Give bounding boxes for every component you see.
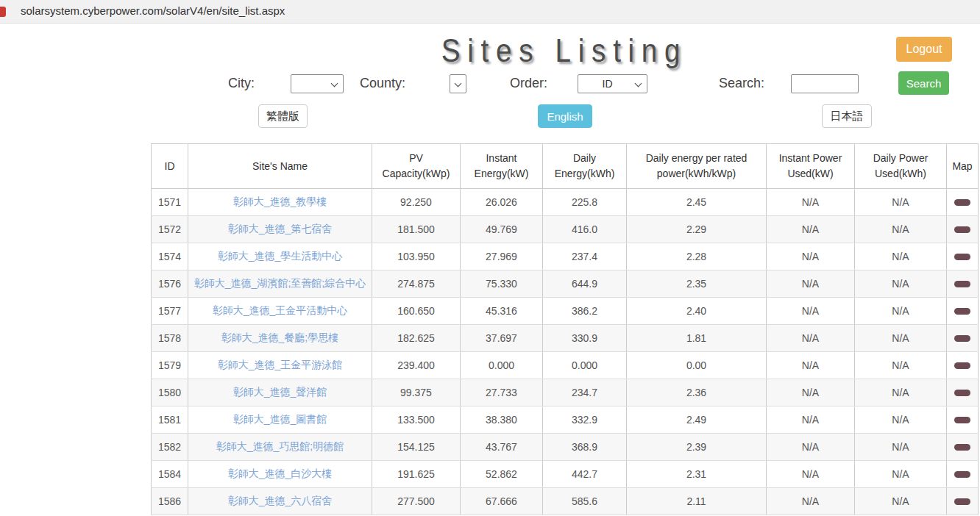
cell-daily-energy-per-rated-power: 2.39 xyxy=(627,434,767,461)
cell-site-name: 彰師大_進德_教學樓 xyxy=(188,189,372,216)
county-select[interactable] xyxy=(450,74,466,93)
cell-instant-energy: 52.862 xyxy=(461,461,543,488)
site-name-link[interactable]: 彰師大_進德_第七宿舍 xyxy=(228,223,333,234)
cell-map xyxy=(947,298,979,325)
lang-english-button[interactable]: English xyxy=(538,104,592,128)
order-select-value: ID xyxy=(603,78,623,90)
cell-instant-energy: 43.767 xyxy=(461,434,543,461)
cell-map xyxy=(947,461,979,488)
table-row: 1577彰師大_進德_王金平活動中心160.65045.316386.22.40… xyxy=(152,298,979,325)
cell-daily-energy: 368.9 xyxy=(543,434,627,461)
cell-instant-energy: 26.026 xyxy=(461,189,543,216)
column-header-daily-power-used: Daily Power Used(kWh) xyxy=(855,144,947,189)
site-name-link[interactable]: 彰師大_進德_王金平活動中心 xyxy=(213,304,348,316)
cell-map xyxy=(947,352,979,379)
site-name-link[interactable]: 彰師大_進德_六八宿舍 xyxy=(228,495,333,506)
site-name-link[interactable]: 彰師大_進德_聲洋館 xyxy=(233,386,327,398)
map-pill-icon[interactable] xyxy=(954,308,970,315)
cell-instant-energy: 38.380 xyxy=(461,406,543,434)
map-pill-icon[interactable] xyxy=(954,226,970,233)
cell-id: 1576 xyxy=(152,270,188,298)
map-pill-icon[interactable] xyxy=(954,281,970,287)
cell-daily-energy: 416.0 xyxy=(543,216,627,243)
cell-map xyxy=(947,216,979,243)
cell-site-name: 彰師大_進德_六八宿舍 xyxy=(188,488,372,515)
table-row: 1571彰師大_進德_教學樓92.25026.026225.82.45N/AN/… xyxy=(152,189,979,216)
lang-japanese-button[interactable]: 日本語 xyxy=(822,104,872,128)
search-input[interactable] xyxy=(791,74,859,93)
cell-site-name: 彰師大_進德_巧思館;明德館 xyxy=(188,434,372,461)
site-favicon-icon xyxy=(0,7,6,17)
cell-daily-energy: 330.9 xyxy=(543,325,627,352)
site-name-link[interactable]: 彰師大_進德_餐廳;學思樓 xyxy=(221,332,338,343)
map-pill-icon[interactable] xyxy=(954,498,970,505)
cell-map xyxy=(947,406,979,434)
cell-pv-capacity: 154.125 xyxy=(372,434,461,461)
cell-pv-capacity: 274.875 xyxy=(372,270,461,298)
cell-daily-energy-per-rated-power: 2.45 xyxy=(627,189,767,216)
cell-site-name: 彰師大_進德_餐廳;學思樓 xyxy=(188,325,372,352)
cell-daily-power-used: N/A xyxy=(855,488,947,515)
city-select[interactable] xyxy=(291,74,344,93)
cell-instant-power-used: N/A xyxy=(767,325,855,352)
order-select[interactable]: ID xyxy=(578,74,647,93)
cell-daily-power-used: N/A xyxy=(855,352,947,379)
cell-instant-energy: 27.969 xyxy=(461,243,543,270)
table-row: 1576彰師大_進德_湖濱館;至善館;綜合中心274.87575.330644.… xyxy=(152,270,979,298)
map-pill-icon[interactable] xyxy=(954,471,970,478)
map-pill-icon[interactable] xyxy=(954,444,970,451)
cell-map xyxy=(947,379,979,406)
map-pill-icon[interactable] xyxy=(954,254,970,260)
cell-daily-energy: 386.2 xyxy=(543,298,627,325)
cell-instant-power-used: N/A xyxy=(767,379,855,406)
search-button[interactable]: Search xyxy=(898,71,949,95)
lang-traditional-chinese-button[interactable]: 繁體版 xyxy=(258,104,308,128)
column-header-instant-energy: Instant Energy(kW) xyxy=(461,144,543,189)
site-name-link[interactable]: 彰師大_進德_白沙大樓 xyxy=(228,467,333,479)
cell-instant-power-used: N/A xyxy=(767,352,855,379)
url-text[interactable]: solarsystem.cyberpower.com/solarV4/en/si… xyxy=(21,4,285,17)
table-row: 1580彰師大_進德_聲洋館99.37527.733234.72.36N/AN/… xyxy=(152,379,979,406)
map-pill-icon[interactable] xyxy=(954,417,970,423)
map-pill-icon[interactable] xyxy=(954,362,970,369)
map-pill-icon[interactable] xyxy=(954,335,970,342)
site-name-link[interactable]: 彰師大_進德_圖書館 xyxy=(233,413,327,425)
cell-id: 1579 xyxy=(152,352,188,379)
cell-daily-energy-per-rated-power: 2.36 xyxy=(627,379,767,406)
cell-daily-energy-per-rated-power: 2.11 xyxy=(627,488,767,515)
search-label: Search: xyxy=(719,76,764,91)
cell-daily-energy-per-rated-power: 2.28 xyxy=(627,243,767,270)
table-row: 1578彰師大_進德_餐廳;學思樓182.62537.697330.91.81N… xyxy=(152,325,979,352)
cell-pv-capacity: 133.500 xyxy=(372,406,461,434)
cell-site-name: 彰師大_進德_聲洋館 xyxy=(188,379,372,406)
table-row: 1572彰師大_進德_第七宿舍181.50049.769416.02.29N/A… xyxy=(152,216,979,243)
map-pill-icon[interactable] xyxy=(954,390,970,396)
cell-instant-energy: 0.000 xyxy=(461,352,543,379)
table-row: 1581彰師大_進德_圖書館133.50038.380332.92.49N/AN… xyxy=(152,406,979,434)
cell-id: 1574 xyxy=(152,243,188,270)
table-row: 1579彰師大_進德_王金平游泳館239.4000.0000.0000.00N/… xyxy=(152,352,979,379)
page: solarsystem.cyberpower.com/solarV4/en/si… xyxy=(0,0,980,516)
site-name-link[interactable]: 彰師大_進德_學生活動中心 xyxy=(218,250,343,262)
site-name-link[interactable]: 彰師大_進德_湖濱館;至善館;綜合中心 xyxy=(194,277,366,289)
site-name-link[interactable]: 彰師大_進德_巧思館;明德館 xyxy=(216,440,344,452)
cell-map xyxy=(947,325,979,352)
site-name-link[interactable]: 彰師大_進德_王金平游泳館 xyxy=(218,359,343,370)
cell-id: 1577 xyxy=(152,298,188,325)
map-pill-icon[interactable] xyxy=(954,199,970,206)
cell-daily-power-used: N/A xyxy=(855,298,947,325)
logout-button[interactable]: Logout xyxy=(896,37,952,62)
cell-instant-power-used: N/A xyxy=(767,406,855,434)
column-header-daily-energy: Daily Energy(kWh) xyxy=(543,144,627,189)
site-name-link[interactable]: 彰師大_進德_教學樓 xyxy=(233,196,327,207)
cell-instant-energy: 27.733 xyxy=(461,379,543,406)
table-row: 1584彰師大_進德_白沙大樓191.62552.862442.72.31N/A… xyxy=(152,461,979,488)
cell-pv-capacity: 160.650 xyxy=(372,298,461,325)
cell-site-name: 彰師大_進德_學生活動中心 xyxy=(188,243,372,270)
cell-daily-energy: 237.4 xyxy=(543,243,627,270)
cell-pv-capacity: 92.250 xyxy=(372,189,461,216)
cell-instant-energy: 67.666 xyxy=(461,488,543,515)
cell-daily-energy: 644.9 xyxy=(543,270,627,298)
url-bar[interactable]: solarsystem.cyberpower.com/solarV4/en/si… xyxy=(0,0,980,24)
cell-daily-power-used: N/A xyxy=(855,189,947,216)
